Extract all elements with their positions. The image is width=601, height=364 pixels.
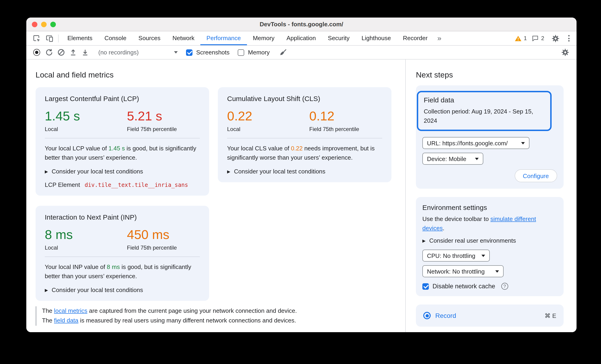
record-radio-icon xyxy=(423,312,431,319)
lcp-card: Largest Contentful Paint (LCP) 1.45 s Lo… xyxy=(36,87,209,196)
device-toolbar-icon[interactable] xyxy=(43,33,55,44)
cpu-select-value: CPU: No throttling xyxy=(427,252,475,259)
divider xyxy=(58,34,59,42)
disclosure-triangle-icon: ▶ xyxy=(227,169,230,174)
more-tabs-icon[interactable]: » xyxy=(434,31,445,45)
chevron-down-icon xyxy=(475,157,479,160)
inp-field-value: 450 ms xyxy=(127,228,177,242)
inspect-element-icon[interactable] xyxy=(30,33,42,44)
tab-network[interactable]: Network xyxy=(166,31,200,45)
window-title: DevTools - fonts.google.com/ xyxy=(26,21,577,28)
memory-label: Memory xyxy=(248,49,270,56)
tab-elements[interactable]: Elements xyxy=(61,31,98,45)
network-select-value: Network: No throttling xyxy=(427,268,485,275)
configure-button[interactable]: Configure xyxy=(514,169,557,182)
screen: DevTools - fonts.google.com/ Elements Co… xyxy=(0,0,601,364)
inp-card-title: Interaction to Next Paint (INP) xyxy=(45,213,200,221)
cls-inline-value: 0.22 xyxy=(291,145,303,152)
chevron-down-icon xyxy=(481,255,485,257)
capture-settings-gear-icon[interactable] xyxy=(559,47,571,58)
cls-local-value: 0.22 xyxy=(227,109,309,124)
checkbox-checked-icon xyxy=(186,49,192,56)
tab-sources[interactable]: Sources xyxy=(132,31,166,45)
record-cta-label: Record xyxy=(435,312,456,319)
network-throttling-select[interactable]: Network: No throttling xyxy=(422,265,504,277)
metrics-footnote: The local metrics are captured from the … xyxy=(36,306,393,326)
fullscreen-window-button[interactable] xyxy=(50,21,56,27)
local-and-field-metrics-pane: Local and field metrics Largest Contentf… xyxy=(26,59,406,332)
url-select-value: URL: https://fonts.google.com/ xyxy=(427,139,508,147)
next-steps-sidebar: Next steps Field data Collection period:… xyxy=(406,59,577,332)
clear-icon[interactable] xyxy=(55,47,67,58)
collect-garbage-broom-icon[interactable] xyxy=(277,47,289,58)
environment-settings-title: Environment settings xyxy=(422,203,557,211)
traffic-lights xyxy=(32,18,56,31)
chevron-down-icon xyxy=(495,270,499,272)
device-select[interactable]: Device: Mobile xyxy=(422,153,483,165)
lcp-disclosure-label: Consider your local test conditions xyxy=(52,168,143,175)
inp-local-value: 8 ms xyxy=(45,228,127,242)
help-question-icon[interactable]: ? xyxy=(501,283,508,290)
devtools-window: DevTools - fonts.google.com/ Elements Co… xyxy=(26,18,577,332)
environment-description: Use the device toolbar to simulate diffe… xyxy=(422,215,557,233)
issues-count: 2 xyxy=(541,35,544,41)
tab-recorder[interactable]: Recorder xyxy=(397,31,434,45)
tab-application[interactable]: Application xyxy=(280,31,322,45)
memory-checkbox[interactable]: Memory xyxy=(238,49,270,56)
field-data-highlight-box: Field data Collection period: Aug 19, 20… xyxy=(417,91,552,131)
disclosure-triangle-icon: ▶ xyxy=(45,288,48,292)
checkbox-unchecked-icon xyxy=(238,49,244,56)
tab-performance[interactable]: Performance xyxy=(200,31,247,45)
disclosure-triangle-icon: ▶ xyxy=(45,169,48,174)
field-data-link[interactable]: field data xyxy=(54,317,79,324)
performance-toolbar: (no recordings) Screenshots Memory xyxy=(26,46,577,59)
reload-and-record-icon[interactable] xyxy=(43,47,55,58)
recordings-select[interactable]: (no recordings) xyxy=(98,49,178,56)
close-window-button[interactable] xyxy=(32,21,37,27)
cpu-throttling-select[interactable]: CPU: No throttling xyxy=(422,250,490,262)
cls-field-label: Field 75th percentile xyxy=(309,126,359,132)
environment-settings-card: Environment settings Use the device tool… xyxy=(416,197,564,296)
record-cta-card[interactable]: Record ⌘ E xyxy=(416,305,564,327)
collection-period: Collection period: Aug 19, 2024 - Sep 15… xyxy=(424,107,545,125)
cls-disclosure-label: Consider your local test conditions xyxy=(234,168,325,175)
record-button[interactable] xyxy=(33,49,40,56)
settings-gear-icon[interactable] xyxy=(549,33,561,44)
disable-network-cache-label: Disable network cache xyxy=(432,283,495,290)
page-title: Local and field metrics xyxy=(36,71,393,80)
save-profile-icon[interactable] xyxy=(79,47,91,58)
lcp-inline-value: 1.45 s xyxy=(109,145,125,152)
warnings-badge[interactable]: 1 xyxy=(514,35,527,41)
inp-field-label: Field 75th percentile xyxy=(127,245,177,251)
lcp-values-row: 1.45 s Local 5.21 s Field 75th percentil… xyxy=(45,109,200,138)
url-select[interactable]: URL: https://fonts.google.com/ xyxy=(422,137,530,149)
tab-security[interactable]: Security xyxy=(322,31,356,45)
disable-network-cache-checkbox[interactable]: Disable network cache ? xyxy=(422,283,557,290)
more-options-kebab-icon[interactable] xyxy=(566,35,571,41)
issues-badge[interactable]: 2 xyxy=(532,35,544,42)
tab-console[interactable]: Console xyxy=(98,31,132,45)
inp-description: Your local INP value of 8 ms is good, bu… xyxy=(45,263,200,281)
cls-test-conditions-disclosure[interactable]: ▶ Consider your local test conditions xyxy=(227,168,382,175)
lcp-test-conditions-disclosure[interactable]: ▶ Consider your local test conditions xyxy=(45,168,200,175)
load-profile-icon[interactable] xyxy=(67,47,79,58)
cls-card: Cumulative Layout Shift (CLS) 0.22 Local… xyxy=(218,87,391,182)
lcp-local-label: Local xyxy=(45,126,127,132)
inp-test-conditions-disclosure[interactable]: ▶ Consider your local test conditions xyxy=(45,286,200,293)
local-metrics-link[interactable]: local metrics xyxy=(54,307,88,315)
checkbox-checked-icon xyxy=(422,283,429,289)
cls-card-title: Cumulative Layout Shift (CLS) xyxy=(227,95,382,102)
lcp-element-link[interactable]: div.tile__text.tile__inria_sans xyxy=(85,182,188,188)
field-data-title: Field data xyxy=(424,96,545,104)
warning-icon xyxy=(514,35,521,41)
real-user-environments-disclosure[interactable]: ▶ Consider real user environments xyxy=(422,237,557,244)
tab-lighthouse[interactable]: Lighthouse xyxy=(356,31,397,45)
inp-disclosure-label: Consider your local test conditions xyxy=(52,286,143,293)
screenshots-checkbox[interactable]: Screenshots xyxy=(186,49,230,56)
record-shortcut: ⌘ E xyxy=(544,312,556,319)
cls-description: Your local CLS value of 0.22 needs impro… xyxy=(227,144,382,163)
tab-memory[interactable]: Memory xyxy=(247,31,280,45)
lcp-local-value: 1.45 s xyxy=(45,109,127,124)
window-titlebar[interactable]: DevTools - fonts.google.com/ xyxy=(26,18,577,31)
minimize-window-button[interactable] xyxy=(41,21,47,27)
